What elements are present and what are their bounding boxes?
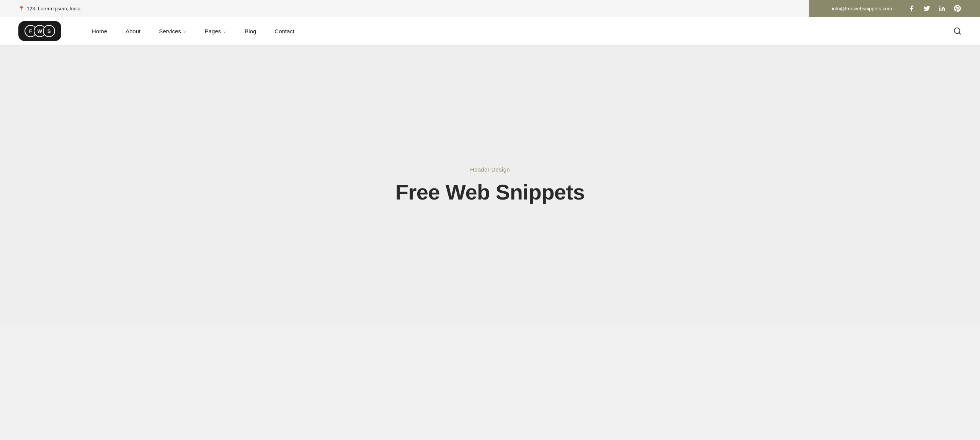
facebook-icon[interactable]	[907, 4, 916, 13]
search-icon	[953, 27, 962, 35]
hero-section: Header Design Free Web Snippets	[0, 46, 980, 325]
linkedin-icon[interactable]	[938, 4, 946, 13]
nav-about[interactable]: About	[126, 28, 140, 34]
top-bar-left: 📍 123, Lorem Ipsum, India	[0, 0, 809, 17]
social-icons	[907, 4, 962, 13]
logo-circle-s: S	[43, 25, 55, 37]
top-bar-right: info@freewebsnippets.com	[809, 0, 980, 17]
svg-line-2	[959, 33, 960, 34]
nav-contact[interactable]: Contact	[274, 28, 294, 34]
search-button[interactable]	[953, 27, 962, 35]
address-text: 123, Lorem Ipsum, India	[27, 6, 80, 11]
email-text: info@freewebsnippets.com	[832, 6, 892, 11]
logo-circles: F W S	[24, 25, 55, 37]
svg-point-0	[939, 6, 941, 7]
hero-subtitle: Header Design	[470, 166, 510, 173]
logo[interactable]: F W S	[18, 21, 61, 41]
hero-title: Free Web Snippets	[395, 180, 585, 204]
nav-links: Home About Services ⌄ Pages ⌄ Blog Conta…	[92, 28, 953, 34]
services-chevron-icon: ⌄	[183, 29, 186, 34]
nav-blog[interactable]: Blog	[245, 28, 256, 34]
address-section: 📍 123, Lorem Ipsum, India	[18, 6, 80, 11]
pinterest-icon[interactable]	[953, 4, 962, 13]
pages-chevron-icon: ⌄	[223, 29, 226, 34]
top-bar: 📍 123, Lorem Ipsum, India info@freewebsn…	[0, 0, 980, 17]
nav-home[interactable]: Home	[92, 28, 107, 34]
logo-box: F W S	[18, 21, 61, 41]
nav-pages[interactable]: Pages ⌄	[205, 28, 227, 34]
nav-services[interactable]: Services ⌄	[159, 28, 186, 34]
twitter-icon[interactable]	[923, 4, 931, 13]
navbar: F W S Home About Services ⌄ Pages ⌄ Blog…	[0, 17, 980, 46]
location-icon: 📍	[18, 6, 24, 11]
